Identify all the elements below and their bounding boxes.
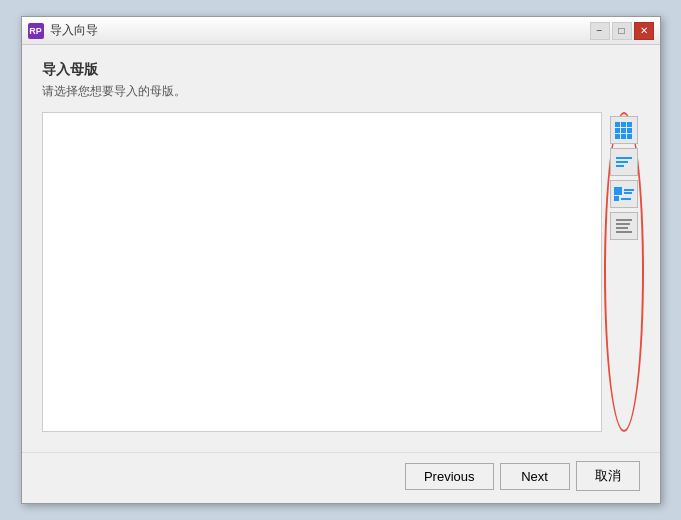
main-area <box>42 112 640 432</box>
mixed-view-button[interactable] <box>610 180 638 208</box>
grid-icon <box>615 122 632 139</box>
next-button[interactable]: Next <box>500 463 570 490</box>
masters-list[interactable] <box>42 112 602 432</box>
wizard-window: RP 导入向导 − □ ✕ 导入母版 请选择您想要导入的母版。 <box>21 16 661 504</box>
app-icon: RP <box>28 23 44 39</box>
previous-button[interactable]: Previous <box>405 463 494 490</box>
app-icon-label: RP <box>29 26 42 36</box>
wizard-footer: Previous Next 取消 <box>22 452 660 503</box>
maximize-button[interactable]: □ <box>612 22 632 40</box>
title-bar-controls: − □ ✕ <box>590 22 654 40</box>
page-title: 导入母版 <box>42 61 640 79</box>
mixed-icon <box>614 187 634 201</box>
view-toolbar <box>608 112 640 432</box>
minimize-button[interactable]: − <box>590 22 610 40</box>
list-icon <box>616 157 632 167</box>
wizard-content: 导入母版 请选择您想要导入的母版。 <box>22 45 660 452</box>
text-view-button[interactable] <box>610 212 638 240</box>
cancel-button[interactable]: 取消 <box>576 461 640 491</box>
grid-view-button[interactable] <box>610 116 638 144</box>
close-button[interactable]: ✕ <box>634 22 654 40</box>
text-lines-icon <box>616 219 632 233</box>
title-bar-left: RP 导入向导 <box>28 22 98 39</box>
list-view-button[interactable] <box>610 148 638 176</box>
page-subtitle: 请选择您想要导入的母版。 <box>42 83 640 100</box>
window-title: 导入向导 <box>50 22 98 39</box>
title-bar: RP 导入向导 − □ ✕ <box>22 17 660 45</box>
